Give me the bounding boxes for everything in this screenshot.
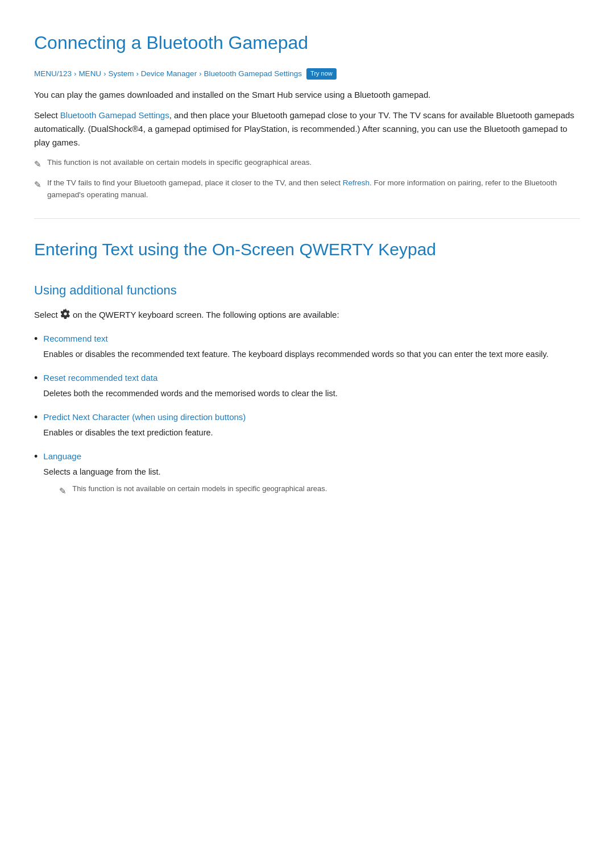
section3-intro-suffix: on the QWERTY keyboard screen. The follo… xyxy=(70,310,339,319)
pencil-icon-3: ✎ xyxy=(59,484,67,498)
section-entering-text: Entering Text using the On-Screen QWERTY… xyxy=(34,236,580,263)
recommend-text-title[interactable]: Recommend text xyxy=(43,332,548,346)
section-bluetooth-gamepad: Connecting a Bluetooth Gamepad MENU/123 … xyxy=(34,28,580,201)
note-2-content: If the TV fails to find your Bluetooth g… xyxy=(47,177,580,201)
breadcrumb: MENU/123 › MENU › System › Device Manage… xyxy=(34,68,580,80)
note-2: ✎ If the TV fails to find your Bluetooth… xyxy=(34,177,580,201)
breadcrumb-sep-4: › xyxy=(199,68,201,80)
try-now-badge[interactable]: Try now xyxy=(306,68,337,80)
language-note-text: This function is not available on certai… xyxy=(72,483,327,495)
predict-next-desc: Enables or disables the text prediction … xyxy=(43,426,246,439)
reset-recommended-content: Reset recommended text data Deletes both… xyxy=(43,371,337,400)
intro-text-2-prefix: Select xyxy=(34,110,60,120)
breadcrumb-sep-1: › xyxy=(74,68,76,80)
list-item-predict-next: • Predict Next Character (when using dir… xyxy=(34,410,580,439)
section-additional-functions: Using additional functions Select on the… xyxy=(34,280,580,498)
breadcrumb-sep-2: › xyxy=(103,68,106,80)
note-1: ✎ This function is not available on cert… xyxy=(34,156,580,171)
language-title[interactable]: Language xyxy=(43,450,327,463)
breadcrumb-item-2[interactable]: MENU xyxy=(78,68,101,80)
recommend-text-content: Recommend text Enables or disables the r… xyxy=(43,332,548,361)
intro-text-2: Select Bluetooth Gamepad Settings, and t… xyxy=(34,109,580,149)
section2-title: Entering Text using the On-Screen QWERTY… xyxy=(34,236,580,263)
breadcrumb-item-5[interactable]: Bluetooth Gamepad Settings xyxy=(204,68,302,80)
section3-title: Using additional functions xyxy=(34,280,580,300)
language-note: ✎ This function is not available on cert… xyxy=(59,483,327,498)
section3-intro-prefix: Select xyxy=(34,310,60,319)
bluetooth-gamepad-settings-link[interactable]: Bluetooth Gamepad Settings xyxy=(60,110,169,120)
refresh-link[interactable]: Refresh xyxy=(343,178,370,187)
pencil-icon-2: ✎ xyxy=(34,178,42,192)
section-divider-1 xyxy=(34,218,580,219)
predict-next-content: Predict Next Character (when using direc… xyxy=(43,410,246,439)
language-content: Language Selects a language from the lis… xyxy=(43,450,327,498)
section3-intro: Select on the QWERTY keyboard screen. Th… xyxy=(34,308,580,323)
breadcrumb-item-4[interactable]: Device Manager xyxy=(141,68,197,80)
bullet-dot-2: • xyxy=(34,371,38,385)
breadcrumb-item-3[interactable]: System xyxy=(108,68,134,80)
intro-text-1: You can play the games downloaded and in… xyxy=(34,88,580,102)
breadcrumb-item-1[interactable]: MENU/123 xyxy=(34,68,72,80)
bullet-dot-3: • xyxy=(34,410,38,425)
recommend-text-desc: Enables or disables the recommended text… xyxy=(43,348,548,361)
pencil-icon-1: ✎ xyxy=(34,157,42,171)
list-item-recommend-text: • Recommend text Enables or disables the… xyxy=(34,332,580,361)
gear-icon xyxy=(60,309,70,323)
predict-next-title[interactable]: Predict Next Character (when using direc… xyxy=(43,410,246,424)
bullet-dot-1: • xyxy=(34,332,38,346)
note-1-text: This function is not available on certai… xyxy=(47,156,312,169)
additional-functions-list: • Recommend text Enables or disables the… xyxy=(34,332,580,499)
breadcrumb-sep-3: › xyxy=(136,68,138,80)
language-desc: Selects a language from the list. xyxy=(43,466,327,479)
list-item-reset-recommended: • Reset recommended text data Deletes bo… xyxy=(34,371,580,400)
reset-recommended-desc: Deletes both the recommended words and t… xyxy=(43,387,337,400)
section1-title: Connecting a Bluetooth Gamepad xyxy=(34,28,580,57)
bullet-dot-4: • xyxy=(34,450,38,464)
note-2-prefix: If the TV fails to find your Bluetooth g… xyxy=(47,178,343,187)
reset-recommended-title[interactable]: Reset recommended text data xyxy=(43,371,337,385)
list-item-language: • Language Selects a language from the l… xyxy=(34,450,580,498)
